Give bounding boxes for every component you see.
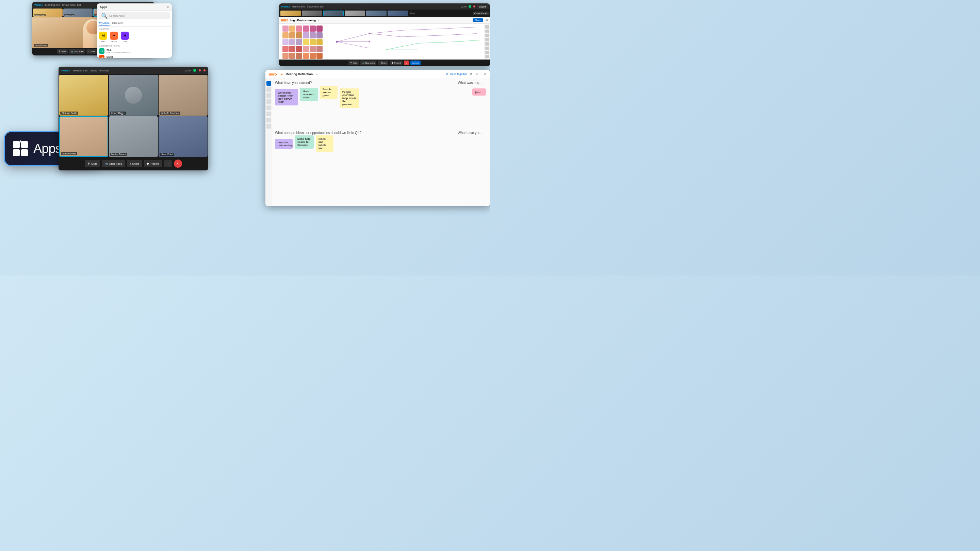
miro-side-toolbar-tr (484, 24, 490, 60)
tool-sticky-br[interactable] (266, 105, 271, 110)
tool-text[interactable] (485, 34, 489, 37)
search-icon: 🔍 (101, 13, 108, 19)
tool-img-br[interactable] (266, 124, 271, 129)
apps-btn-tr[interactable]: ⊞ Apps (410, 60, 421, 65)
sticky-4 (303, 25, 309, 32)
stop-video-btn-tr[interactable]: 📹 Stop video (360, 60, 376, 65)
thumb-clarissa[interactable]: Clarissa Smith (33, 8, 63, 17)
tool-text-br[interactable] (266, 93, 271, 98)
svg-line-4 (369, 34, 402, 37)
mini-thumb-5[interactable] (366, 11, 387, 16)
tab-my-apps[interactable]: My Apps (99, 21, 110, 26)
board-name-br[interactable]: Meeting Reflection (285, 73, 313, 76)
tool-pen[interactable] (485, 47, 489, 50)
name-marise: Marise Torres (110, 153, 127, 156)
record-btn-tr[interactable]: ⏺ Record (390, 60, 402, 65)
status-dot-tr (469, 5, 471, 8)
more-btn-bl[interactable]: ··· (164, 160, 172, 167)
close-all-btn[interactable]: Close for all (473, 11, 488, 15)
sticky-2 (289, 25, 295, 32)
controls-bl: 🎙 Mute 📹 Stop video ↑ Share ⏺ Record ···… (59, 157, 208, 170)
mute-btn-tr[interactable]: 🎙 Mute (348, 60, 359, 65)
show-menu-bl[interactable]: Show menu bar (90, 69, 109, 72)
sticky-people-great[interactable]: People are so great (320, 86, 337, 99)
refresh-icon-br[interactable]: ↺ (470, 73, 473, 76)
stop-video-btn-bl[interactable]: 📹 Stop video (102, 160, 125, 167)
tool-image[interactable] (485, 55, 489, 59)
thumb-henry[interactable]: Henry Riggs (63, 8, 93, 17)
end-call-btn-bl[interactable]: ✕ (174, 159, 182, 168)
share-btn-ctrl-tr[interactable]: ↑ Share (378, 60, 388, 65)
meeting-info-label-tl[interactable]: Meeting info (45, 3, 60, 6)
sticky-people-find[interactable]: People can't find help inside the produc… (340, 89, 360, 108)
svg-line-5 (402, 29, 444, 30)
fav-hudl[interactable]: H Hudl (121, 32, 129, 43)
sticky-14 (289, 39, 295, 45)
close-btn-br[interactable]: ✕ (484, 72, 487, 76)
sticky-research[interactable]: User research rules (300, 88, 318, 101)
tool-cursor[interactable] (485, 25, 489, 29)
suggestion-slido[interactable]: S Slido Live polling and questions (97, 48, 172, 54)
star-icon-tr[interactable]: ★ (317, 19, 320, 22)
tab-discover[interactable]: Discover (112, 21, 123, 26)
mini-thumb-1[interactable] (280, 11, 301, 16)
miro-sidebar-br (266, 78, 272, 206)
webex-logo-tr: Webex (281, 5, 290, 8)
tool-pen-br[interactable] (266, 111, 271, 116)
share-btn-tr[interactable]: Share (473, 18, 483, 22)
apps-search-bar[interactable]: 🔍 Search Apps (99, 12, 170, 19)
sticky-10 (303, 32, 309, 38)
meeting-info-bl[interactable]: Meeting info (73, 69, 88, 72)
mini-thumb-3[interactable] (323, 11, 344, 16)
layout-btn-tr[interactable]: Layout (477, 5, 488, 8)
mini-thumb-6[interactable] (388, 11, 408, 16)
share-btn-tl[interactable]: ↑ Share (86, 49, 97, 54)
name-isabelle: Isabelle Brennan (159, 111, 180, 114)
meeting-info-tr[interactable]: Meeting info (292, 5, 305, 8)
sticky-help-easier[interactable]: Make help easier to find/use (295, 135, 314, 149)
favorites-row: M Miro H Hopin H Hudl (97, 31, 172, 44)
sticky-icons[interactable]: Icons and labels are (316, 135, 334, 152)
svg-point-15 (369, 41, 370, 43)
mute-btn-bl[interactable]: 🎙 Mute (85, 160, 100, 167)
close-tr[interactable] (473, 5, 476, 8)
fav-hopin[interactable]: H Hopin (110, 32, 118, 43)
mini-thumb-2[interactable] (302, 11, 322, 16)
external-link-icon-br[interactable]: ↗ (476, 73, 478, 76)
suggestion-mural[interactable]: M Mural Online collaborative whiteboard (97, 54, 172, 58)
show-menu-bar-tl[interactable]: Show menu bar (62, 3, 81, 6)
export-icon-br[interactable]: ↑ (322, 73, 324, 76)
miro-canvas-tr[interactable] (279, 24, 490, 60)
tool-shape-br[interactable] (266, 99, 271, 104)
tool-frame[interactable] (485, 30, 489, 33)
fav-miro[interactable]: M Miro (99, 32, 107, 43)
end-call-btn-tr[interactable]: ✕ (404, 60, 409, 65)
open-together-btn[interactable]: ⊞ Open together (446, 73, 467, 76)
tool-connect-br[interactable] (266, 118, 271, 122)
tool-select-br[interactable] (266, 81, 271, 86)
tool-sticky[interactable] (485, 42, 489, 46)
mute-btn-tl[interactable]: 🎙 Mute (57, 49, 68, 54)
tool-frame-br[interactable] (266, 87, 271, 92)
sticky-11 (310, 32, 316, 38)
close-bl[interactable] (204, 69, 205, 71)
minimize-bl[interactable] (199, 69, 201, 71)
mini-thumb-4[interactable] (345, 11, 365, 16)
show-menu-tr[interactable]: Show menu bar (307, 5, 324, 8)
board-name-tr[interactable]: Logo Brainstorming (290, 19, 316, 22)
sticky-onboarding[interactable]: Improve onboarding (275, 139, 293, 149)
stop-video-btn-tl[interactable]: 📹 Stop video (69, 49, 85, 54)
sticky-23 (310, 46, 316, 52)
svg-line-2 (337, 42, 369, 48)
tool-shape[interactable] (485, 38, 489, 41)
record-btn-bl[interactable]: ⏺ Record (144, 160, 162, 167)
miro-canvas-br[interactable]: What have you learned? What was surp... … (272, 78, 490, 206)
sticky-gu[interactable]: gu... (472, 89, 486, 95)
sticky-28 (303, 53, 309, 59)
tool-line[interactable] (485, 51, 489, 54)
star-icon-br[interactable]: ★ (315, 73, 318, 76)
video-name-sofia: Sofia Gomez (34, 44, 48, 47)
sticky-design[interactable]: We should design "non-tech-savvy-first" (275, 89, 298, 105)
share-btn-bl[interactable]: ↑ Share (127, 160, 142, 167)
apps-panel-close-btn[interactable]: ✕ (166, 5, 169, 9)
